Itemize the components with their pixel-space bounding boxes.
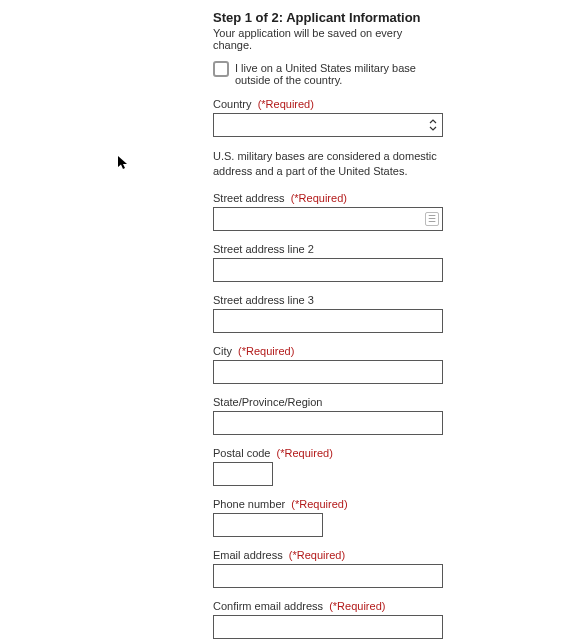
country-field-group: Country (*Required) <box>213 98 443 137</box>
street2-field-group: Street address line 2 <box>213 243 443 282</box>
country-helper-text: U.S. military bases are considered a dom… <box>213 149 443 180</box>
confirm-email-label: Confirm email address (*Required) <box>213 600 443 612</box>
step-title: Step 1 of 2: Applicant Information <box>213 10 443 25</box>
contact-card-icon: ☰ <box>425 212 439 226</box>
country-select[interactable] <box>213 113 443 137</box>
postal-input[interactable] <box>213 462 273 486</box>
city-field-group: City (*Required) <box>213 345 443 384</box>
military-base-checkbox[interactable] <box>213 61 229 77</box>
step-subtitle: Your application will be saved on every … <box>213 27 443 51</box>
phone-label: Phone number (*Required) <box>213 498 443 510</box>
required-marker: (*Required) <box>277 447 333 459</box>
street3-field-group: Street address line 3 <box>213 294 443 333</box>
street1-label: Street address (*Required) <box>213 192 443 204</box>
confirm-email-input[interactable] <box>213 615 443 639</box>
required-marker: (*Required) <box>289 549 345 561</box>
required-marker: (*Required) <box>291 192 347 204</box>
street3-label: Street address line 3 <box>213 294 443 306</box>
military-base-checkbox-label: I live on a United States military base … <box>235 61 443 86</box>
street2-input[interactable] <box>213 258 443 282</box>
postal-label: Postal code (*Required) <box>213 447 443 459</box>
applicant-form: Step 1 of 2: Applicant Information Your … <box>213 0 443 640</box>
state-label: State/Province/Region <box>213 396 443 408</box>
cursor-icon <box>118 156 128 173</box>
street1-input[interactable] <box>213 207 443 231</box>
required-marker: (*Required) <box>291 498 347 510</box>
required-marker: (*Required) <box>238 345 294 357</box>
city-input[interactable] <box>213 360 443 384</box>
email-input[interactable] <box>213 564 443 588</box>
country-label: Country (*Required) <box>213 98 443 110</box>
military-base-checkbox-row: I live on a United States military base … <box>213 61 443 86</box>
street1-field-group: Street address (*Required) ☰ <box>213 192 443 231</box>
city-label: City (*Required) <box>213 345 443 357</box>
postal-field-group: Postal code (*Required) <box>213 447 443 486</box>
state-field-group: State/Province/Region <box>213 396 443 435</box>
required-marker: (*Required) <box>258 98 314 110</box>
street3-input[interactable] <box>213 309 443 333</box>
street2-label: Street address line 2 <box>213 243 443 255</box>
confirm-email-field-group: Confirm email address (*Required) <box>213 600 443 639</box>
phone-input[interactable] <box>213 513 323 537</box>
state-input[interactable] <box>213 411 443 435</box>
phone-field-group: Phone number (*Required) <box>213 498 443 537</box>
email-label: Email address (*Required) <box>213 549 443 561</box>
email-field-group: Email address (*Required) <box>213 549 443 588</box>
required-marker: (*Required) <box>329 600 385 612</box>
